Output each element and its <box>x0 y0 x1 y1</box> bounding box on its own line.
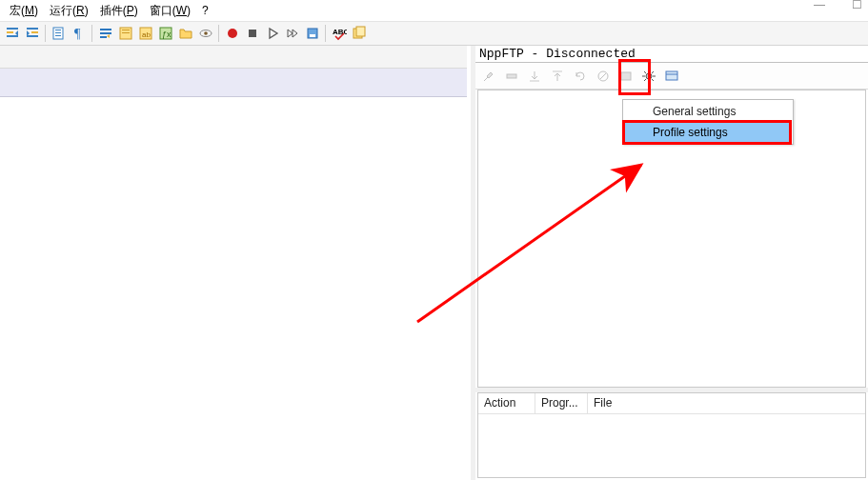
log-col-file[interactable]: File <box>588 393 865 413</box>
svg-rect-11 <box>100 29 111 30</box>
svg-rect-8 <box>55 32 61 33</box>
svg-line-41 <box>644 71 646 73</box>
svg-rect-45 <box>666 71 677 80</box>
svg-point-23 <box>228 29 237 38</box>
indent-left-icon[interactable] <box>3 24 21 43</box>
menu-plugins[interactable]: 插件(P) <box>94 1 144 21</box>
svg-rect-24 <box>249 30 256 37</box>
rawcmd-icon[interactable] <box>616 66 636 87</box>
guide-icon[interactable] <box>116 24 134 43</box>
maximize-icon[interactable]: ☐ <box>852 0 862 11</box>
svg-rect-26 <box>310 34 315 37</box>
refresh-icon[interactable] <box>570 66 591 87</box>
svg-rect-2 <box>7 35 18 37</box>
svg-rect-13 <box>100 36 107 38</box>
menu-window[interactable]: 窗口(W) <box>144 1 196 21</box>
svg-line-44 <box>652 71 654 73</box>
macro-record-icon[interactable] <box>223 24 241 43</box>
svg-rect-31 <box>530 80 539 82</box>
toolbar-separator <box>218 25 219 42</box>
svg-text:ab: ab <box>142 30 151 39</box>
lang-icon[interactable]: ab <box>136 24 154 43</box>
svg-rect-29 <box>356 27 365 36</box>
toolbar-separator <box>325 25 326 42</box>
menu-bar: 宏(M) 运行(R) 插件(P) 窗口(W) ? <box>0 0 868 21</box>
svg-text:ƒx: ƒx <box>162 30 172 39</box>
download-icon[interactable] <box>524 66 545 87</box>
settings-gear-icon[interactable] <box>638 66 659 87</box>
toolbar-separator <box>45 25 46 42</box>
pilcrow-icon[interactable]: ¶ <box>70 24 88 43</box>
svg-line-34 <box>600 73 606 79</box>
window-controls: — ☐ <box>814 0 862 11</box>
main-toolbar: ¶ ab ƒx ABC <box>0 21 868 46</box>
settings-dropdown: General settings Profile settings <box>622 99 794 145</box>
svg-rect-15 <box>122 30 130 30</box>
svg-line-43 <box>644 79 646 81</box>
paste-special-icon[interactable] <box>50 24 68 43</box>
svg-rect-30 <box>507 74 516 78</box>
messages-icon[interactable] <box>661 66 682 87</box>
svg-rect-9 <box>55 35 61 36</box>
svg-rect-3 <box>27 28 38 30</box>
panel-title: NppFTP - Disconnected <box>475 46 868 63</box>
wrap-icon[interactable] <box>96 24 114 43</box>
indent-right-icon[interactable] <box>23 24 41 43</box>
log-col-progress[interactable]: Progr... <box>535 393 588 413</box>
connect-icon[interactable] <box>478 66 499 87</box>
menu-help[interactable]: ? <box>196 2 214 19</box>
svg-rect-1 <box>7 31 13 33</box>
eye-icon[interactable] <box>196 24 214 43</box>
editor-area[interactable] <box>0 46 471 480</box>
menu-macro[interactable]: 宏(M) <box>4 1 44 21</box>
upload-icon[interactable] <box>547 66 568 87</box>
svg-rect-35 <box>621 72 631 80</box>
menu-run[interactable]: 运行(R) <box>44 1 94 21</box>
folder-icon[interactable] <box>176 24 194 43</box>
log-header: Action Progr... File <box>478 393 865 414</box>
svg-rect-32 <box>553 70 562 72</box>
spellcheck-icon[interactable]: ABC <box>330 24 348 43</box>
menu-profile-settings[interactable]: Profile settings <box>624 122 792 143</box>
svg-rect-4 <box>31 31 38 33</box>
svg-rect-0 <box>7 28 18 30</box>
macro-save-icon[interactable] <box>303 24 321 43</box>
panel-toolbar <box>475 63 868 90</box>
log-col-action[interactable]: Action <box>478 393 535 413</box>
disconnect-icon[interactable] <box>501 66 522 87</box>
doc-compare-icon[interactable] <box>350 24 368 43</box>
svg-point-36 <box>646 73 652 79</box>
svg-text:¶: ¶ <box>74 27 81 41</box>
macro-stop-icon[interactable] <box>243 24 261 43</box>
abort-icon[interactable] <box>593 66 614 87</box>
svg-rect-12 <box>100 32 111 34</box>
panel-log: Action Progr... File <box>477 392 866 478</box>
func-icon[interactable]: ƒx <box>156 24 174 43</box>
svg-text:ABC: ABC <box>333 28 347 36</box>
svg-rect-5 <box>27 35 38 37</box>
svg-rect-7 <box>55 30 61 30</box>
svg-rect-16 <box>122 32 130 33</box>
svg-point-22 <box>204 31 208 35</box>
minimize-icon[interactable]: — <box>814 0 825 11</box>
macro-play-icon[interactable] <box>263 24 281 43</box>
svg-line-42 <box>652 79 654 81</box>
editor-tab-strip[interactable] <box>0 46 467 69</box>
menu-general-settings[interactable]: General settings <box>624 101 792 122</box>
macro-fast-icon[interactable] <box>283 24 301 43</box>
toolbar-separator <box>91 25 92 42</box>
